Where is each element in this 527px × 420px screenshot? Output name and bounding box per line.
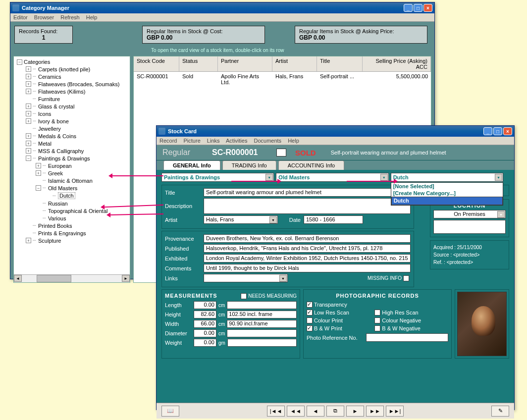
chevron-down-icon[interactable]: ▼: [269, 216, 277, 223]
weight-extra[interactable]: [227, 339, 297, 347]
tree-item-dutch[interactable]: Dutch: [58, 192, 75, 199]
col-stockcode[interactable]: Stock Code: [134, 56, 179, 71]
artist-select[interactable]: Hals, Frans▼: [204, 215, 278, 224]
weight-input[interactable]: 0.00: [194, 339, 216, 347]
chevron-down-icon[interactable]: ▼: [279, 275, 287, 282]
tree-item[interactable]: Sculpture: [38, 238, 61, 244]
category-tree[interactable]: −Categories +┈Carpets (knotted pile) +┈C…: [13, 56, 130, 283]
last-button[interactable]: ►►|: [386, 406, 404, 417]
chevron-down-icon[interactable]: ▼: [265, 174, 273, 181]
menu-help[interactable]: Help: [288, 138, 299, 144]
length-extra[interactable]: [227, 301, 297, 309]
tab-trading[interactable]: TRADING Info: [222, 160, 276, 170]
chevron-down-icon[interactable]: ▼: [380, 174, 388, 181]
com-input[interactable]: Until 1999, thought to be by Dirck Hals: [204, 264, 411, 272]
tree-item[interactable]: Various: [48, 215, 66, 221]
height-input[interactable]: 82.60: [194, 311, 216, 318]
tree-item[interactable]: Metal: [38, 141, 52, 147]
expand-icon[interactable]: +: [26, 148, 31, 154]
close-button[interactable]: ×: [423, 4, 432, 12]
signature-button[interactable]: ✎: [491, 406, 509, 417]
tree-item[interactable]: Flatweaves (Kilims): [38, 89, 85, 95]
date-input[interactable]: 1580 - 1666: [304, 215, 363, 224]
menu-help[interactable]: Help: [86, 14, 98, 20]
expand-icon[interactable]: +: [26, 74, 31, 79]
tree-item[interactable]: Jewellery: [38, 126, 61, 132]
menu-links[interactable]: Links: [207, 138, 220, 144]
prev-page-button[interactable]: ◄◄: [287, 406, 305, 417]
first-button[interactable]: |◄◄: [267, 406, 285, 417]
tree-item[interactable]: Greek: [48, 170, 63, 176]
next-page-button[interactable]: ►►: [366, 406, 384, 417]
close-button[interactable]: ×: [503, 127, 512, 135]
cmgr-titlebar[interactable]: Category Manager _ □ ×: [10, 2, 434, 13]
diameter-input[interactable]: 0.00: [194, 329, 216, 337]
title-input[interactable]: Self-portrait wearing armour and plumed …: [204, 188, 411, 197]
expand-icon[interactable]: +: [36, 170, 41, 176]
col-title[interactable]: Title: [317, 56, 363, 71]
menu-editor[interactable]: Editor: [13, 14, 28, 20]
exh-input[interactable]: London Royal Academy, Winter Exhibition …: [204, 254, 411, 262]
maximize-button[interactable]: □: [414, 4, 422, 12]
collapse-icon[interactable]: −: [17, 59, 22, 65]
col-price[interactable]: Selling Price (Asking) ACC: [363, 56, 431, 71]
tree-item[interactable]: MSS & Calligraphy: [38, 148, 84, 154]
menu-browser[interactable]: Browser: [34, 14, 54, 20]
tree-item[interactable]: Flatweaves (Brocades, Soumaks): [38, 81, 119, 87]
chevron-down-icon[interactable]: ▼: [497, 211, 505, 218]
minimize-button[interactable]: _: [483, 127, 492, 135]
tab-general[interactable]: GENERAL Info: [163, 160, 220, 170]
width-input[interactable]: 66.00: [194, 320, 216, 328]
tree-item[interactable]: Medals & Coins: [38, 133, 76, 139]
scroll-left-button[interactable]: ◄: [14, 275, 22, 282]
book-button[interactable]: 📖: [161, 406, 179, 417]
needs-measuring-checkbox[interactable]: [241, 293, 247, 299]
prov-input[interactable]: Duveen Brothers, New York, ex. col. Bern…: [204, 234, 411, 243]
scard-titlebar[interactable]: Stock Card _ □ ×: [157, 126, 514, 137]
minimize-button[interactable]: _: [404, 4, 413, 12]
expand-icon[interactable]: +: [26, 133, 31, 139]
height-extra[interactable]: 102.50 incl. frame: [227, 311, 297, 318]
location-select[interactable]: On Premises▼: [433, 210, 506, 218]
cprint-checkbox[interactable]: [307, 317, 313, 323]
menu-refresh[interactable]: Refresh: [60, 14, 80, 20]
length-input[interactable]: 0.00: [194, 301, 216, 309]
tree-item[interactable]: Islamic & Ottoman: [48, 178, 93, 184]
menu-picture[interactable]: Picture: [184, 138, 201, 144]
tree-item-paintings[interactable]: Paintings & Drawings: [38, 156, 90, 161]
current-button[interactable]: ⧉: [326, 406, 344, 417]
category3-select[interactable]: Dutch▼ [None Selected] [Create New Categ…: [391, 173, 503, 182]
scroll-thumb[interactable]: [37, 275, 71, 282]
tree-item[interactable]: Ceramics: [38, 74, 61, 80]
artwork-thumbnail[interactable]: [457, 292, 507, 356]
hires-checkbox[interactable]: [374, 310, 380, 315]
expand-icon[interactable]: +: [26, 111, 31, 116]
width-extra[interactable]: 90.90 incl.frame: [227, 320, 297, 328]
expand-icon[interactable]: +: [26, 238, 31, 243]
pub-input[interactable]: Halsoverkop, Hendrik, "Frans Hals and hi…: [204, 244, 411, 253]
tab-accounting[interactable]: ACCOUNTING Info: [278, 160, 344, 170]
bwp-checkbox[interactable]: [307, 325, 313, 331]
transparency-checkbox[interactable]: [307, 302, 313, 308]
expand-icon[interactable]: +: [26, 89, 31, 94]
location-note[interactable]: [433, 220, 506, 234]
tree-item[interactable]: Carpets (knotted pile): [38, 66, 90, 72]
prev-button[interactable]: ◄: [307, 406, 324, 417]
tree-item[interactable]: Glass & crystal: [38, 104, 74, 109]
tree-item[interactable]: Ivory & bone: [38, 118, 69, 124]
expand-icon[interactable]: +: [36, 163, 41, 168]
dd-item-create[interactable]: [Create New Category...]: [391, 190, 503, 197]
tree-item[interactable]: Prints & Engravings: [38, 230, 86, 236]
collapse-icon[interactable]: −: [36, 185, 41, 191]
tree-item[interactable]: Russian: [48, 201, 68, 207]
tree-h-scrollbar[interactable]: ◄ ►: [14, 274, 130, 282]
scroll-right-button[interactable]: ►: [122, 275, 130, 282]
expand-icon[interactable]: +: [26, 118, 31, 124]
expand-icon[interactable]: +: [26, 81, 31, 87]
tree-item[interactable]: Icons: [38, 111, 51, 117]
lores-checkbox[interactable]: [307, 310, 313, 315]
menu-activities[interactable]: Activities: [226, 138, 247, 144]
col-status[interactable]: Status: [179, 56, 218, 71]
tree-item[interactable]: European: [48, 163, 72, 169]
menu-documents[interactable]: Documents: [254, 138, 281, 144]
